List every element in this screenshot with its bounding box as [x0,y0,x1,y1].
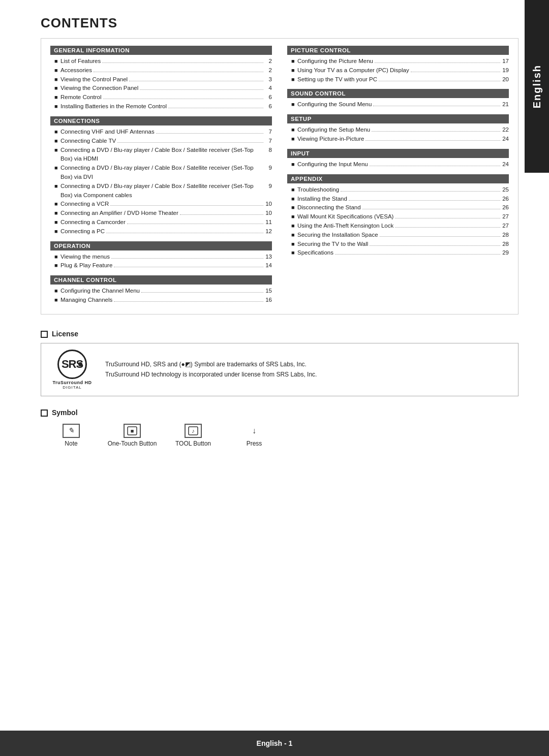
toc-dots [106,233,263,233]
toc-dots [341,191,500,192]
toc-entry-text: List of Features [60,57,101,66]
toc-dots [349,200,500,201]
symbol-icon-press: ↓ [246,424,263,438]
toc-dots [395,227,500,228]
toc-entry-text: Connecting Cable TV [60,137,116,146]
toc-dots [372,131,500,132]
toc-entry-text: Installing the Stand [297,195,347,204]
main-content: CONTENTS GENERAL INFORMATION■List of Fea… [41,15,518,726]
toc-entry: ■Installing Batteries in the Remote Cont… [50,102,272,111]
toc-page-num: 17 [502,57,509,66]
toc-entry: ■Specifications29 [287,248,509,258]
toc-entry: ■Securing the TV to the Wall28 [287,240,509,249]
toc-bullet-icon: ■ [291,195,296,203]
symbol-checkbox-icon [41,410,48,417]
toc-entry-text: Connecting a DVD / Blu-ray player / Cabl… [60,182,262,200]
toc-dots [141,292,263,293]
license-line1: TruSurround HD, SRS and (●◩) Symbol are … [105,359,317,369]
toc-entry-text: Configuring the Setup Menu [297,125,370,135]
toc-dots [375,62,500,63]
toc-entry-text: Viewing the Control Panel [60,75,128,84]
toc-page-num: 29 [502,248,509,258]
toc-dots [411,72,500,72]
toc-entry-text: Viewing the menus [60,253,110,262]
license-label: License [41,330,518,338]
toc-page-num: 8 [265,146,272,155]
toc-dots [94,72,263,72]
toc-entry: ■Using the Anti-Theft Kensington Lock27 [287,222,509,231]
toc-entry: ■Installing the Stand26 [287,195,509,204]
toc-entry: ■Connecting a DVD / Blu-ray player / Cab… [50,182,272,200]
toc-entry-text: Specifications [297,248,333,258]
toc-entry: ■Remote Control6 [50,93,272,102]
section-header-sound-control: SOUND CONTROL [287,89,509,98]
symbol-item-note: ✎Note [41,424,102,447]
toc-entry: ■Connecting a DVD / Blu-ray player / Cab… [50,146,272,164]
toc-dots [111,258,263,259]
toc-bullet-icon: ■ [54,227,59,236]
toc-entry: ■Configuring the Setup Menu22 [287,125,509,135]
toc-entry: ■Wall Mount Kit Specifications (VESA)27 [287,212,509,222]
symbol-item-one-touch-button: ■One-Touch Button [102,424,163,447]
toc-page-num: 6 [265,102,272,111]
toc-page-num: 3 [265,75,272,84]
toc-bullet-icon: ■ [54,57,59,66]
toc-page-num: 10 [265,200,272,209]
svg-text:↓: ↓ [252,426,256,435]
toc-page-num: 13 [265,253,272,262]
toc-bullet-icon: ■ [291,222,296,230]
toc-page-num: 10 [265,209,272,218]
toc-page-num: 2 [265,66,272,75]
symbol-row: ✎Note■One-Touch Button♪TOOL Button↓Press [41,424,518,447]
toc-page-num: 15 [265,287,272,296]
svg-text:■: ■ [131,428,134,434]
toc-page-num: 9 [265,164,272,173]
toc-entry-text: Connecting VHF and UHF Antennas [60,128,155,137]
toc-page-num: 28 [502,240,509,249]
toc-page-num: 21 [502,100,509,109]
toc-bullet-icon: ■ [54,66,59,75]
toc-page-num: 4 [265,84,272,93]
symbol-icon-tool-button: ♪ [185,424,202,438]
toc-page-num: 27 [502,222,509,231]
toc-bullet-icon: ■ [291,248,296,257]
toc-entry: ■Troubleshooting25 [287,185,509,195]
toc-dots [140,89,263,90]
toc-entry-text: Connecting a Camcorder [60,218,126,227]
toc-bullet-icon: ■ [54,182,59,191]
toc-entry: ■Viewing the Connection Panel4 [50,84,272,93]
toc-entry: ■Connecting a PC12 [50,227,272,236]
toc-entry-text: Installing Batteries in the Remote Contr… [60,102,167,111]
toc-bullet-icon: ■ [54,261,59,270]
toc-dots [370,166,500,166]
toc-entry: ■Connecting VHF and UHF Antennas7 [50,128,272,137]
symbol-label-text: One-Touch Button [108,440,157,447]
toc-entry: ■Connecting a Camcorder11 [50,218,272,227]
section-header-appendix: APPENDIX [287,174,509,183]
toc-entry-text: Connecting an Amplifier / DVD Home Theat… [60,209,178,218]
toc-dots [180,214,263,215]
toc-page-num: 6 [265,93,272,102]
symbol-item-press: ↓Press [224,424,285,447]
toc-entry: ■Viewing Picture-in-Picture24 [287,135,509,144]
toc-entry-text: Managing Channels [60,296,112,305]
toc-entry: ■Using Your TV as a Computer (PC) Displa… [287,66,509,75]
section-header-setup: SETUP [287,114,509,123]
toc-entry-text: Connecting a DVD / Blu-ray player / Cabl… [60,164,262,182]
toc-entry: ■Connecting an Amplifier / DVD Home Thea… [50,209,272,218]
toc-bullet-icon: ■ [54,75,59,84]
toc-page-num: 24 [502,160,509,169]
toc-entry-text: Using the Anti-Theft Kensington Lock [297,222,393,231]
toc-bullet-icon: ■ [54,287,59,295]
toc-dots [114,267,263,267]
toc-bullet-icon: ■ [291,185,296,194]
toc-entry-text: Plug & Play Feature [60,261,112,270]
toc-page-num: 16 [265,296,272,305]
toc-entry: ■Connecting a DVD / Blu-ray player / Cab… [50,164,272,182]
toc-entry-text: Setting up the TV with your PC [297,75,377,84]
toc-bullet-icon: ■ [54,93,59,102]
symbol-label: Symbol [41,408,518,417]
srs-circle-icon: SRS [57,350,87,379]
toc-entry: ■Configuring the Channel Menu15 [50,287,272,296]
toc-page-num: 28 [502,231,509,240]
